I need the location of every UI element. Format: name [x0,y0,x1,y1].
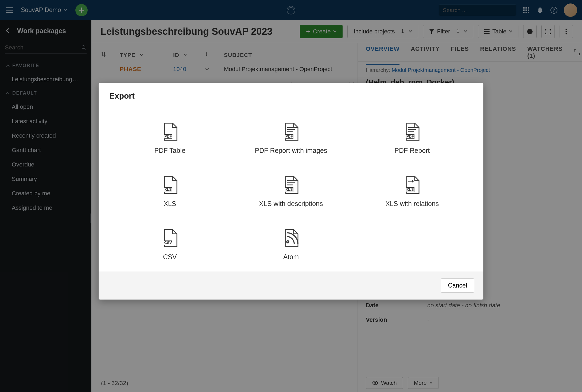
export-format-icon: XLS [162,176,177,195]
export-option-label: CSV [163,253,177,261]
svg-text:PDF: PDF [164,134,172,138]
export-option-atom[interactable]: Atom [230,229,351,261]
export-format-icon: XLS [284,176,298,195]
export-modal: Export PDFPDF TablePDFPDF Report with im… [99,83,483,300]
export-format-icon [284,229,298,248]
svg-text:XLS: XLS [285,187,293,192]
export-option-pdf-table[interactable]: PDFPDF Table [109,123,230,154]
export-option-pdf-report[interactable]: PDFPDF Report [352,123,473,154]
export-option-pdf-report-images[interactable]: PDFPDF Report with images [230,123,351,154]
export-option-label: XLS with relations [385,200,439,208]
export-option-label: Atom [283,253,299,261]
svg-text:XLS: XLS [164,187,172,192]
export-option-xls[interactable]: XLSXLS [109,176,230,208]
export-format-icon: CSV [162,229,177,248]
export-option-label: PDF Report [394,147,430,154]
export-option-label: XLS [164,200,176,208]
export-option-label: PDF Report with images [255,147,327,154]
modal-title: Export [99,83,483,109]
export-option-label: XLS with descriptions [259,200,323,208]
export-format-icon: PDF [405,123,420,142]
export-option-xls-desc[interactable]: XLSXLS with descriptions [230,176,351,208]
modal-overlay[interactable]: Export PDFPDF TablePDFPDF Report with im… [0,0,582,392]
export-format-icon: PDF [284,123,298,142]
svg-text:PDF: PDF [406,134,414,138]
cancel-button[interactable]: Cancel [441,278,474,293]
export-option-csv[interactable]: CSVCSV [109,229,230,261]
export-format-icon: XLS [405,176,420,195]
export-format-icon: PDF [162,123,177,142]
svg-text:XLS: XLS [407,187,414,192]
export-option-xls-rel[interactable]: XLSXLS with relations [352,176,473,208]
svg-text:PDF: PDF [285,134,293,138]
svg-text:CSV: CSV [164,240,172,245]
export-option-label: PDF Table [154,147,185,154]
